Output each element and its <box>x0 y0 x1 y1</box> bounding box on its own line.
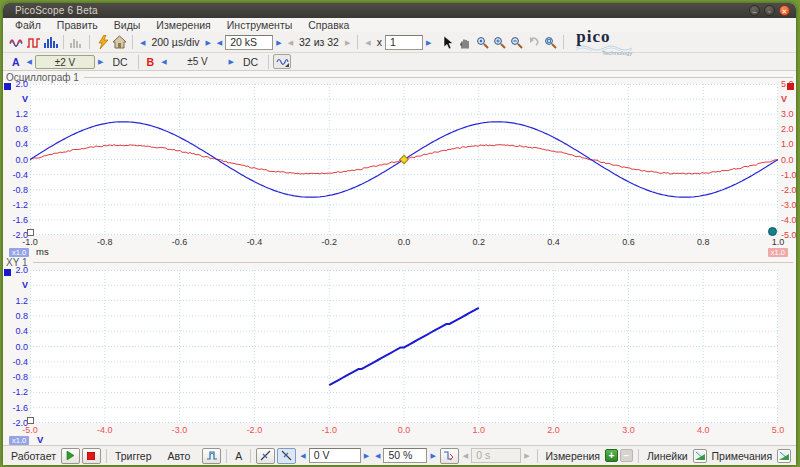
zoom-in-icon[interactable] <box>491 34 508 51</box>
channel-b-axis-marker[interactable] <box>787 83 794 90</box>
pretrigger-percent-down[interactable]: ◀ <box>372 447 383 464</box>
signal-generator-button[interactable] <box>273 54 291 69</box>
samples-decrease-button[interactable]: ◀ <box>214 34 225 51</box>
statusbar: Работает Триггер Авто A ◀ 0 V ▶ ◀ 50 % ▶… <box>3 445 796 465</box>
menu-item-файл[interactable]: Файл <box>7 18 49 32</box>
titlebar[interactable]: PicoScope 6 Beta – ▫ ✕ <box>3 3 796 18</box>
trigger-delay-icon[interactable] <box>440 448 459 464</box>
channel-b-range-up[interactable]: ▶ <box>226 53 237 70</box>
menu-item-инструменты[interactable]: Инструменты <box>219 18 300 32</box>
zoom-increase-button[interactable]: ▶ <box>423 34 434 51</box>
close-button[interactable]: ✕ <box>779 5 790 16</box>
scope-y-left-tick: 1.2 <box>4 109 28 119</box>
minimize-button[interactable]: – <box>749 5 760 16</box>
trigger-level-up[interactable]: ▶ <box>361 447 372 464</box>
scope-x-tick: -0.6 <box>163 237 197 247</box>
scope-y-left-tick: -0.8 <box>4 185 28 195</box>
scope-y-right-tick: V <box>781 94 787 104</box>
channel-a-range-up[interactable]: ▶ <box>95 53 106 70</box>
stop-capture-button[interactable] <box>82 448 101 464</box>
scope-axis-checkbox[interactable] <box>27 229 34 236</box>
samples-increase-button[interactable]: ▶ <box>273 34 284 51</box>
channel-a-coupling-select[interactable]: DC <box>106 56 133 68</box>
zoom-out-icon[interactable] <box>508 34 525 51</box>
xy-y-tick: 0.4 <box>4 326 28 336</box>
maximize-button[interactable]: ▫ <box>764 5 775 16</box>
timebase-prev-button[interactable]: ◀ <box>137 34 148 51</box>
zoom-factor-input[interactable]: 1 <box>385 35 423 50</box>
trigger-source-select[interactable]: A <box>231 450 246 462</box>
rising-edge-button[interactable] <box>256 448 275 464</box>
zoom-decrease-button[interactable]: ◀ <box>362 34 373 51</box>
xy-x-tick: -3.0 <box>163 425 197 435</box>
buffer-next-button[interactable]: ▶ <box>342 34 353 51</box>
xy-y-tick: -1.6 <box>4 403 28 413</box>
pretrigger-percent-input[interactable]: 50 % <box>383 448 427 463</box>
scope-y-left-tick: V <box>4 94 28 104</box>
scope-x-tick: -0.8 <box>88 237 122 247</box>
xy-channel-a-axis-marker[interactable] <box>4 269 11 276</box>
undo-zoom-icon <box>525 34 542 51</box>
spectrum-mode-icon[interactable] <box>42 34 59 51</box>
scope-x-unit-label: ms <box>36 247 49 257</box>
rulers-label: Линейки <box>643 450 692 462</box>
xy-x-tick: 5.0 <box>761 425 795 435</box>
channel-a-range-down[interactable]: ◀ <box>24 53 35 70</box>
channel-b-coupling-select[interactable]: DC <box>237 56 264 68</box>
window-title: PicoScope 6 Beta <box>15 5 98 16</box>
trigger-level-marker[interactable] <box>768 227 777 236</box>
timebase-next-button[interactable]: ▶ <box>202 34 213 51</box>
xy-plot-area[interactable] <box>30 270 778 423</box>
channel-a-range-select[interactable]: ±2 V <box>35 55 95 69</box>
trigger-delay-down[interactable]: ◀ <box>460 447 471 464</box>
remove-measurement-button: − <box>620 449 633 462</box>
zoom-full-icon[interactable] <box>542 34 559 51</box>
zoom-window-icon[interactable] <box>474 34 491 51</box>
app-window: PicoScope 6 Beta – ▫ ✕ ФайлПравитьВидыИз… <box>3 3 796 465</box>
add-measurement-button[interactable]: + <box>605 449 618 462</box>
trigger-level-input[interactable]: 0 V <box>309 448 361 463</box>
scope-x-zoom-badge: x1.0 <box>9 248 29 257</box>
trigger-mode-select[interactable]: Авто <box>164 450 195 462</box>
notes-toggle-button[interactable] <box>777 449 791 463</box>
start-capture-button[interactable] <box>61 448 80 464</box>
menu-item-справка[interactable]: Справка <box>300 18 357 32</box>
scope-y-left-tick: -0.4 <box>4 170 28 180</box>
timebase-value[interactable]: 200 µs/div <box>148 36 202 48</box>
xy-y-tick: 1.2 <box>4 296 28 306</box>
menu-item-править[interactable]: Править <box>49 18 106 32</box>
menu-item-виды[interactable]: Виды <box>106 18 149 32</box>
xy-axis-checkbox[interactable] <box>27 417 34 424</box>
scope-views-area: Осциллограф 12.0V1.20.80.40.0-0.4-0.8-1.… <box>3 71 796 445</box>
pointer-tool-icon[interactable] <box>440 34 457 51</box>
scope-plot-area[interactable] <box>30 84 778 235</box>
pretrigger-percent-up[interactable]: ▶ <box>427 447 438 464</box>
menubar: ФайлПравитьВидыИзмеренияИнструментыСправ… <box>3 18 796 32</box>
persistence-mode-icon[interactable] <box>25 34 42 51</box>
xy-x-tick: 4.0 <box>686 425 720 435</box>
scope-mode-icon[interactable] <box>8 34 25 51</box>
channel-a-axis-marker[interactable] <box>4 83 11 90</box>
buffer-prev-button[interactable]: ◀ <box>285 34 296 51</box>
falling-edge-button[interactable] <box>277 448 296 464</box>
auto-setup-icon[interactable] <box>94 34 111 51</box>
trigger-level-down[interactable]: ◀ <box>297 447 308 464</box>
samples-input[interactable]: 20 kS <box>225 35 273 50</box>
zoom-x-label: x <box>374 36 385 48</box>
scope-y-right-tick: -3.0 <box>781 200 796 210</box>
xy-x-unit-label: V <box>37 435 43 445</box>
scope-y-right-tick: 0.0 <box>781 155 794 165</box>
pan-hand-icon[interactable] <box>457 34 474 51</box>
channel-b-range-down[interactable]: ◀ <box>158 53 169 70</box>
xy-y-tick: 0.0 <box>4 342 28 352</box>
trigger-type-icon[interactable] <box>202 448 221 464</box>
menu-item-измерения[interactable]: Измерения <box>148 18 218 32</box>
channel-toolbar: A ◀ ±2 V ▶ DC B ◀ ±5 V ▶ DC <box>3 53 796 71</box>
scope-x-tick: 0.2 <box>462 237 496 247</box>
channel-b-range-select[interactable]: ±5 V <box>170 56 226 67</box>
home-icon[interactable] <box>111 34 128 51</box>
rulers-toggle-button[interactable] <box>693 449 707 463</box>
trigger-delay-up[interactable]: ▶ <box>521 447 532 464</box>
trigger-point-marker[interactable] <box>400 155 408 163</box>
scope-y-left-tick: 0.0 <box>4 155 28 165</box>
